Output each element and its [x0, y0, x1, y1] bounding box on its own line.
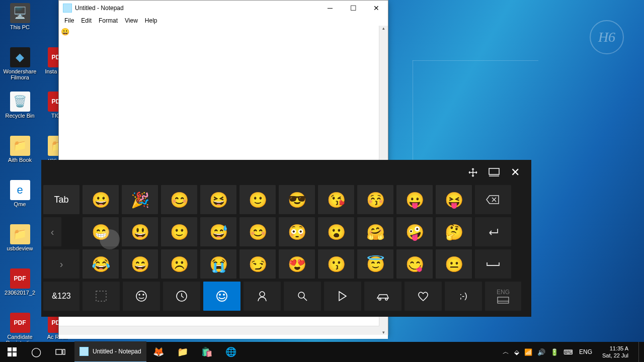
emoji-key[interactable]: 😅	[200, 217, 236, 246]
cat-people[interactable]	[244, 282, 281, 311]
input-language[interactable]: ENG	[579, 348, 592, 355]
svg-point-12	[379, 298, 381, 300]
volume-icon[interactable]: 🔊	[537, 348, 545, 356]
emoji-key[interactable]: 😏	[239, 249, 276, 279]
network-icon[interactable]: 📶	[524, 348, 532, 356]
titlebar[interactable]: Untitled - Notepad ─ ☐ ✕	[59, 1, 388, 16]
cat-transport[interactable]	[364, 282, 401, 311]
dock-keyboard-icon[interactable]	[487, 165, 501, 179]
maximize-button[interactable]: ☐	[342, 1, 365, 16]
tray-app-icon[interactable]: ⬙	[514, 348, 519, 356]
emoji-key[interactable]: 😋	[396, 249, 433, 279]
menu-help[interactable]: Help	[141, 17, 161, 25]
taskbar-store[interactable]: 🛍️	[195, 342, 219, 362]
desktop-icon-qme[interactable]: eQme	[1, 178, 39, 222]
cat-classic-smileys[interactable]	[123, 282, 160, 311]
emoji-key[interactable]: 😁	[83, 217, 119, 246]
emoji-key[interactable]: 😊	[161, 185, 197, 214]
watermark: H6	[590, 20, 624, 54]
menubar: File Edit Format View Help	[59, 16, 388, 26]
cat-smileys[interactable]	[203, 282, 240, 311]
emoji-key[interactable]: 😍	[279, 249, 315, 279]
svg-point-10	[260, 292, 265, 297]
desktop-icon-recycle-bin[interactable]: 🗑️Recycle Bin	[1, 89, 39, 134]
emoji-key[interactable]: 😳	[279, 217, 315, 246]
emoji-key[interactable]: 😝	[436, 185, 472, 214]
cat-food[interactable]	[324, 282, 361, 311]
keyboard-icon[interactable]: ⌨	[564, 348, 573, 356]
svg-rect-16	[56, 349, 62, 354]
horizontal-scrollbar[interactable]	[59, 326, 379, 335]
emoji-key[interactable]: 😇	[357, 249, 393, 279]
emoji-key[interactable]: ☹️	[161, 249, 197, 279]
emoji-key[interactable]: 😘	[318, 185, 354, 214]
prev-page-key[interactable]: ‹	[43, 217, 61, 246]
emoji-key[interactable]: 😚	[357, 185, 393, 214]
desktop-icon-this-pc[interactable]: 🖥️This PC	[1, 1, 39, 45]
emoji-key[interactable]: 😊	[239, 217, 276, 246]
menu-edit[interactable]: Edit	[77, 17, 95, 25]
task-view-button[interactable]	[48, 342, 72, 362]
emoji-key[interactable]: 😆	[200, 185, 236, 214]
symbols-key[interactable]: &123	[43, 282, 79, 311]
desktop-icon-aith-book[interactable]: 📁Aith Book	[1, 134, 39, 178]
taskbar-firefox[interactable]: 🦊	[146, 342, 171, 362]
clock[interactable]: 11:35 A Sat, 22 Jul	[598, 345, 632, 359]
desktop: 🖥️This PC ◆Wondershare Filmora PDFInsta …	[0, 0, 644, 362]
cat-history[interactable]	[163, 282, 200, 311]
emoji-key[interactable]: 😭	[200, 249, 236, 279]
emoji-key[interactable]: 🙂	[239, 185, 276, 214]
tray-overflow-icon[interactable]: ︿	[503, 347, 509, 356]
emoji-key[interactable]: 😐	[436, 249, 472, 279]
backspace-key[interactable]	[475, 185, 511, 214]
show-desktop-button[interactable]	[638, 342, 642, 362]
taskbar-chrome[interactable]: 🌐	[219, 342, 243, 362]
emoji-key[interactable]: 🤗	[357, 217, 393, 246]
emoji-key[interactable]: 😗	[318, 249, 354, 279]
minimize-button[interactable]: ─	[318, 1, 342, 16]
emoji-key[interactable]: 😃	[122, 217, 158, 246]
notepad-icon	[63, 4, 72, 13]
close-button[interactable]: ✕	[365, 1, 388, 16]
taskbar-explorer[interactable]: 📁	[171, 342, 195, 362]
next-page-key[interactable]: ›	[43, 249, 79, 279]
emoji-key[interactable]: 😮	[318, 217, 354, 246]
cat-celebration[interactable]	[284, 282, 321, 311]
cat-kaomoji[interactable]: ;-)	[445, 282, 482, 311]
svg-point-8	[219, 294, 220, 295]
space-key[interactable]	[475, 249, 511, 279]
desktop-icon-usbdeview[interactable]: 📁usbdeview	[1, 222, 39, 266]
taskbar: ◯ Untitled - Notepad 🦊 📁 🛍️ 🌐 ︿ ⬙ 📶 🔊 🔋 …	[0, 342, 644, 362]
battery-icon[interactable]: 🔋	[550, 348, 558, 356]
cortana-button[interactable]: ◯	[24, 342, 48, 362]
close-keyboard-icon[interactable]: ✕	[508, 165, 522, 179]
move-keyboard-icon[interactable]	[466, 165, 480, 179]
emoji-key[interactable]: 🙂	[161, 217, 197, 246]
desktop-icon-filmora[interactable]: ◆Wondershare Filmora	[1, 45, 39, 89]
svg-rect-14	[498, 297, 509, 303]
taskbar-task-notepad[interactable]: Untitled - Notepad	[74, 341, 146, 362]
cat-recent[interactable]	[83, 282, 120, 311]
emoji-key[interactable]: 😎	[279, 185, 315, 214]
emoji-key[interactable]: 😀	[83, 185, 119, 214]
emoji-key[interactable]: 😂	[83, 249, 119, 279]
language-key[interactable]: ENG	[485, 282, 521, 311]
svg-rect-17	[63, 349, 65, 354]
emoji-key[interactable]: 🤔	[436, 217, 472, 246]
enter-key[interactable]	[475, 217, 511, 246]
desktop-icon-23062017[interactable]: PDF23062017_2	[1, 266, 39, 311]
emoji-key[interactable]: 😛	[396, 185, 433, 214]
window-title: Untitled - Notepad	[75, 5, 318, 12]
menu-view[interactable]: View	[121, 17, 141, 25]
start-button[interactable]	[0, 342, 24, 362]
cat-symbols[interactable]	[405, 282, 442, 311]
emoji-key[interactable]: 🎉	[122, 185, 158, 214]
emoji-key[interactable]: 😄	[122, 249, 158, 279]
emoji-key[interactable]: 🤪	[396, 217, 433, 246]
menu-file[interactable]: File	[61, 17, 77, 25]
system-tray[interactable]: ︿ ⬙ 📶 🔊 🔋 ⌨	[503, 347, 573, 356]
menu-format[interactable]: Format	[95, 17, 121, 25]
svg-point-7	[217, 291, 227, 301]
tab-key[interactable]: Tab	[43, 185, 79, 214]
touch-keyboard: ✕ Tab 😀 🎉 😊 😆 🙂 😎 😘 😚 😛 😝 ‹	[41, 160, 531, 317]
